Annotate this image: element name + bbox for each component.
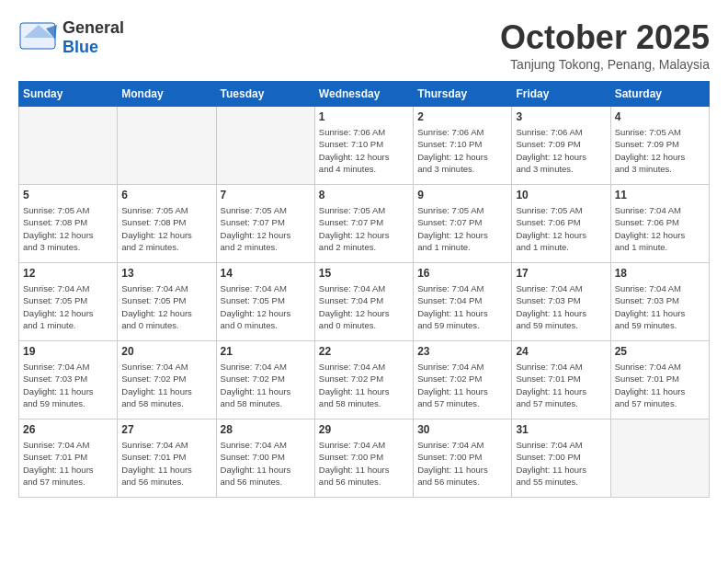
day-number: 19 [23,345,113,358]
calendar-cell: 21Sunrise: 7:04 AM Sunset: 7:02 PM Dayli… [216,341,314,419]
day-info: Sunrise: 7:06 AM Sunset: 7:10 PM Dayligh… [417,126,507,175]
day-number: 14 [221,267,311,280]
calendar-cell: 29Sunrise: 7:04 AM Sunset: 7:00 PM Dayli… [314,419,413,498]
page-header: General Blue October 2025 Tanjung Tokong… [18,18,710,72]
day-number: 7 [221,189,311,201]
day-info: Sunrise: 7:05 AM Sunset: 7:07 PM Dayligh… [417,204,507,253]
day-info: Sunrise: 7:04 AM Sunset: 7:05 PM Dayligh… [23,282,113,331]
day-info: Sunrise: 7:04 AM Sunset: 7:00 PM Dayligh… [221,439,311,488]
calendar-cell [19,107,118,185]
day-info: Sunrise: 7:05 AM Sunset: 7:08 PM Dayligh… [121,204,211,253]
calendar-cell [118,107,216,185]
day-info: Sunrise: 7:04 AM Sunset: 7:05 PM Dayligh… [121,282,211,331]
day-info: Sunrise: 7:05 AM Sunset: 7:07 PM Dayligh… [319,204,409,253]
day-number: 30 [417,423,507,436]
day-number: 6 [121,189,211,201]
calendar-cell: 2Sunrise: 7:06 AM Sunset: 7:10 PM Daylig… [414,107,512,185]
title-section: October 2025 Tanjung Tokong, Penang, Mal… [500,18,710,72]
day-info: Sunrise: 7:04 AM Sunset: 7:02 PM Dayligh… [221,361,311,409]
day-info: Sunrise: 7:04 AM Sunset: 7:01 PM Dayligh… [615,361,705,409]
day-info: Sunrise: 7:04 AM Sunset: 7:01 PM Dayligh… [23,439,113,488]
day-number: 31 [516,423,606,436]
week-row-1: 1Sunrise: 7:06 AM Sunset: 7:10 PM Daylig… [19,107,710,185]
day-info: Sunrise: 7:06 AM Sunset: 7:10 PM Dayligh… [319,126,409,175]
day-info: Sunrise: 7:04 AM Sunset: 7:03 PM Dayligh… [615,282,705,331]
day-number: 9 [417,189,507,201]
calendar-cell: 31Sunrise: 7:04 AM Sunset: 7:00 PM Dayli… [512,419,610,498]
day-info: Sunrise: 7:04 AM Sunset: 7:00 PM Dayligh… [319,439,409,488]
day-info: Sunrise: 7:05 AM Sunset: 7:08 PM Dayligh… [23,204,113,253]
calendar-cell: 27Sunrise: 7:04 AM Sunset: 7:01 PM Dayli… [118,419,216,498]
day-info: Sunrise: 7:04 AM Sunset: 7:01 PM Dayligh… [121,439,211,488]
day-info: Sunrise: 7:06 AM Sunset: 7:09 PM Dayligh… [516,126,606,175]
day-number: 13 [121,267,211,280]
month-title: October 2025 [500,18,710,57]
calendar-cell: 10Sunrise: 7:05 AM Sunset: 7:06 PM Dayli… [512,185,610,263]
day-number: 1 [319,110,409,123]
day-number: 21 [221,345,311,358]
day-number: 25 [615,345,705,358]
day-number: 15 [319,267,409,280]
calendar-cell: 8Sunrise: 7:05 AM Sunset: 7:07 PM Daylig… [314,185,413,263]
day-number: 22 [319,345,409,358]
day-info: Sunrise: 7:04 AM Sunset: 7:00 PM Dayligh… [417,439,507,488]
calendar-cell: 13Sunrise: 7:04 AM Sunset: 7:05 PM Dayli… [118,263,216,341]
logo-general: General [63,18,124,37]
day-of-week-monday: Monday [118,82,216,107]
week-row-4: 19Sunrise: 7:04 AM Sunset: 7:03 PM Dayli… [19,341,710,419]
calendar-cell: 20Sunrise: 7:04 AM Sunset: 7:02 PM Dayli… [118,341,216,419]
calendar-cell: 17Sunrise: 7:04 AM Sunset: 7:03 PM Dayli… [512,263,610,341]
day-of-week-sunday: Sunday [19,82,118,107]
calendar-cell: 14Sunrise: 7:04 AM Sunset: 7:05 PM Dayli… [216,263,314,341]
day-number: 5 [23,189,113,201]
calendar-cell: 22Sunrise: 7:04 AM Sunset: 7:02 PM Dayli… [314,341,413,419]
day-number: 29 [319,423,409,436]
day-of-week-tuesday: Tuesday [216,82,314,107]
week-row-2: 5Sunrise: 7:05 AM Sunset: 7:08 PM Daylig… [19,185,710,263]
day-number: 23 [417,345,507,358]
day-of-week-friday: Friday [512,82,610,107]
week-row-3: 12Sunrise: 7:04 AM Sunset: 7:05 PM Dayli… [19,263,710,341]
day-info: Sunrise: 7:05 AM Sunset: 7:09 PM Dayligh… [615,126,705,175]
calendar-cell: 1Sunrise: 7:06 AM Sunset: 7:10 PM Daylig… [314,107,413,185]
day-info: Sunrise: 7:05 AM Sunset: 7:07 PM Dayligh… [221,204,311,253]
calendar-cell: 11Sunrise: 7:04 AM Sunset: 7:06 PM Dayli… [610,185,709,263]
calendar-cell: 6Sunrise: 7:05 AM Sunset: 7:08 PM Daylig… [118,185,216,263]
calendar-cell: 7Sunrise: 7:05 AM Sunset: 7:07 PM Daylig… [216,185,314,263]
calendar-cell: 30Sunrise: 7:04 AM Sunset: 7:00 PM Dayli… [414,419,512,498]
day-info: Sunrise: 7:04 AM Sunset: 7:05 PM Dayligh… [221,282,311,331]
day-number: 28 [221,423,311,436]
calendar-cell: 26Sunrise: 7:04 AM Sunset: 7:01 PM Dayli… [19,419,118,498]
calendar-cell: 28Sunrise: 7:04 AM Sunset: 7:00 PM Dayli… [216,419,314,498]
day-number: 27 [121,423,211,436]
day-number: 26 [23,423,113,436]
day-info: Sunrise: 7:04 AM Sunset: 7:00 PM Dayligh… [516,439,606,488]
calendar-table: SundayMondayTuesdayWednesdayThursdayFrid… [18,81,710,498]
day-number: 2 [417,110,507,123]
day-number: 3 [516,110,606,123]
calendar-cell: 4Sunrise: 7:05 AM Sunset: 7:09 PM Daylig… [610,107,709,185]
calendar-cell: 15Sunrise: 7:04 AM Sunset: 7:04 PM Dayli… [314,263,413,341]
calendar-cell: 3Sunrise: 7:06 AM Sunset: 7:09 PM Daylig… [512,107,610,185]
calendar-cell: 23Sunrise: 7:04 AM Sunset: 7:02 PM Dayli… [414,341,512,419]
day-number: 18 [615,267,705,280]
day-info: Sunrise: 7:04 AM Sunset: 7:03 PM Dayligh… [23,361,113,409]
day-number: 12 [23,267,113,280]
day-number: 10 [516,189,606,201]
day-number: 16 [417,267,507,280]
day-number: 11 [615,189,705,201]
day-info: Sunrise: 7:04 AM Sunset: 7:02 PM Dayligh… [319,361,409,409]
day-number: 17 [516,267,606,280]
day-number: 24 [516,345,606,358]
calendar-cell: 19Sunrise: 7:04 AM Sunset: 7:03 PM Dayli… [19,341,118,419]
day-info: Sunrise: 7:04 AM Sunset: 7:04 PM Dayligh… [319,282,409,331]
day-number: 4 [615,110,705,123]
calendar-cell: 12Sunrise: 7:04 AM Sunset: 7:05 PM Dayli… [19,263,118,341]
logo-blue: Blue [63,38,98,56]
calendar-cell: 16Sunrise: 7:04 AM Sunset: 7:04 PM Dayli… [414,263,512,341]
day-info: Sunrise: 7:04 AM Sunset: 7:01 PM Dayligh… [516,361,606,409]
day-of-week-thursday: Thursday [414,82,512,107]
calendar-cell: 24Sunrise: 7:04 AM Sunset: 7:01 PM Dayli… [512,341,610,419]
day-info: Sunrise: 7:04 AM Sunset: 7:02 PM Dayligh… [417,361,507,409]
day-info: Sunrise: 7:04 AM Sunset: 7:02 PM Dayligh… [121,361,211,409]
